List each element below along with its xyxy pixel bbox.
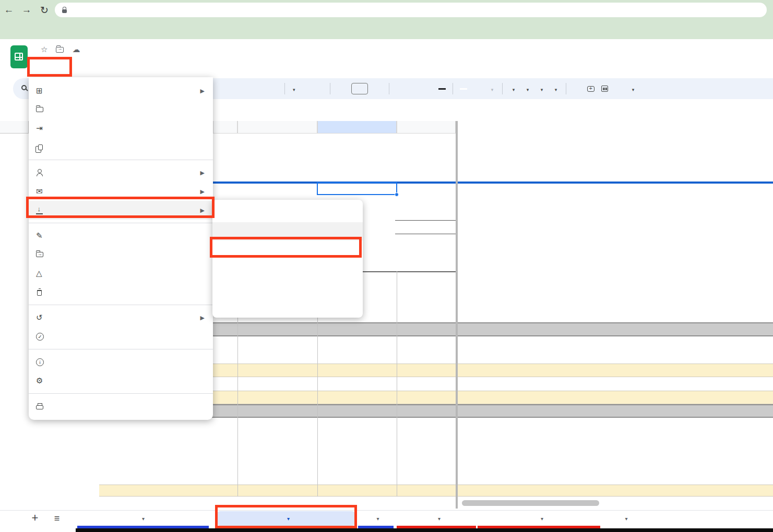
tab-menu-icon[interactable]: ▾ bbox=[625, 516, 627, 522]
menu-separator bbox=[29, 223, 213, 223]
share-icon bbox=[36, 169, 44, 176]
mentoring-row-label bbox=[102, 485, 311, 497]
star-icon[interactable]: ☆ bbox=[41, 45, 47, 54]
file-menu: ⊞▶ ⇥ ▶ ✉▶ ▶ ✎ △ ↺▶ ✓ i ⚙ bbox=[29, 77, 213, 420]
history-icon: ↺ bbox=[36, 313, 50, 322]
submenu-arrow-icon: ▶ bbox=[200, 170, 205, 176]
tab-trade-note[interactable]: ▾ bbox=[398, 511, 476, 526]
narrow-column-headers[interactable] bbox=[458, 121, 773, 134]
forward-icon[interactable]: → bbox=[18, 4, 35, 16]
browser-nav-row: ← → ↻ bbox=[0, 0, 773, 20]
menu-item-offline[interactable]: ✓ bbox=[29, 327, 213, 346]
text-color-icon[interactable] bbox=[438, 88, 446, 90]
menu-item-details[interactable]: i bbox=[29, 353, 213, 371]
menu-separator bbox=[29, 305, 213, 305]
mail-icon: ✉ bbox=[36, 187, 50, 196]
toolbar-separator bbox=[284, 83, 285, 94]
menu-item-new[interactable]: ⊞▶ bbox=[29, 81, 213, 100]
menu-item-print[interactable] bbox=[29, 397, 213, 416]
add-sheet-button[interactable]: + bbox=[27, 511, 43, 526]
text-wrap-icon[interactable]: ▾ bbox=[538, 85, 545, 93]
all-sheets-button[interactable]: ≡ bbox=[49, 511, 65, 526]
menu-item-rename[interactable]: ✎ bbox=[29, 226, 213, 245]
back-icon[interactable]: ← bbox=[0, 4, 18, 16]
download-csv[interactable] bbox=[212, 277, 363, 295]
tab-menu-icon[interactable]: ▾ bbox=[142, 516, 145, 522]
insert-comment-icon[interactable] bbox=[587, 86, 594, 92]
submenu-arrow-icon: ▶ bbox=[200, 315, 205, 321]
vertical-align-icon[interactable]: ▾ bbox=[524, 85, 531, 93]
move-icon bbox=[36, 252, 43, 257]
menu-separator bbox=[29, 160, 213, 160]
annotation-box-pdf bbox=[210, 237, 362, 258]
column-header-E[interactable] bbox=[317, 121, 397, 134]
toolbar-icons: ▾ ▾ ▾ ▾ ▾ ▾ ▾ bbox=[228, 78, 650, 99]
url-bar[interactable] bbox=[55, 3, 767, 17]
title-line: ☆ ☁ bbox=[32, 45, 80, 54]
column-header-C-part[interactable] bbox=[213, 121, 237, 134]
toolbar-separator bbox=[453, 83, 453, 94]
font-size-input[interactable] bbox=[351, 83, 368, 94]
download-tsv[interactable] bbox=[212, 295, 363, 313]
table-views-icon[interactable]: ▾ bbox=[629, 85, 636, 93]
drive-shortcut-icon: △ bbox=[36, 269, 50, 278]
menu-item-version-history[interactable]: ↺▶ bbox=[29, 308, 213, 327]
menu-item-open[interactable] bbox=[29, 100, 213, 119]
bookmarks-bar bbox=[0, 20, 773, 39]
horizontal-align-icon[interactable]: ▾ bbox=[509, 85, 517, 93]
tab-menu-icon[interactable]: ▾ bbox=[438, 516, 441, 522]
column-header-D[interactable] bbox=[237, 121, 317, 134]
window-bottom-edge bbox=[76, 528, 773, 532]
toolbar-separator bbox=[389, 83, 389, 94]
gear-icon: ⚙ bbox=[36, 376, 50, 385]
tab-answers[interactable]: ▾ bbox=[604, 511, 644, 526]
frozen-pane-divider[interactable] bbox=[456, 121, 458, 509]
import-icon: ⇥ bbox=[36, 124, 50, 133]
column-header-F[interactable] bbox=[397, 121, 456, 134]
browser-window: ← → ↻ ☆ ☁ ▾ bbox=[0, 0, 773, 532]
tab-menu-icon[interactable]: ▾ bbox=[376, 516, 379, 522]
menu-item-share[interactable]: ▶ bbox=[29, 163, 213, 182]
row-headers[interactable] bbox=[0, 121, 29, 510]
submenu-arrow-icon: ▶ bbox=[200, 188, 205, 195]
fill-handle[interactable] bbox=[395, 192, 399, 197]
fill-color-icon[interactable] bbox=[460, 88, 467, 90]
insert-chart-icon[interactable] bbox=[601, 86, 608, 92]
selected-cell-E3[interactable] bbox=[317, 182, 397, 195]
month3-label bbox=[37, 452, 99, 465]
menu-item-move[interactable] bbox=[29, 245, 213, 264]
sheets-logo-icon[interactable] bbox=[10, 45, 28, 68]
horizontal-scrollbar[interactable] bbox=[462, 500, 599, 506]
tab-menu-icon[interactable]: ▾ bbox=[541, 516, 543, 522]
copy-icon bbox=[38, 144, 43, 150]
tab-trade-note-example[interactable]: ▾ bbox=[479, 511, 600, 526]
sheets-header: ☆ ☁ bbox=[0, 39, 773, 76]
task-group-title bbox=[102, 418, 237, 432]
tab-feedback-normal[interactable]: ▾ bbox=[73, 511, 209, 526]
menu-item-import[interactable]: ⇥ bbox=[29, 119, 213, 138]
annotation-box-download bbox=[26, 197, 215, 218]
move-folder-icon[interactable] bbox=[56, 47, 64, 53]
menu-item-add-shortcut[interactable]: △ bbox=[29, 264, 213, 283]
reload-icon[interactable]: ↻ bbox=[35, 4, 53, 16]
tab-details[interactable]: ▾ bbox=[356, 511, 395, 526]
offline-check-icon: ✓ bbox=[36, 333, 44, 341]
text-rotation-icon[interactable]: ▾ bbox=[552, 85, 559, 93]
info-icon: i bbox=[36, 358, 44, 366]
menu-item-settings[interactable]: ⚙ bbox=[29, 371, 213, 390]
submenu-arrow-icon: ▶ bbox=[200, 88, 205, 94]
sheet-tab-bar: + ≡ ▾ ▾ ▾ ▾ ▾ ▾ bbox=[0, 510, 773, 526]
merge-cells-icon: ▾ bbox=[488, 85, 495, 93]
toolbar-separator bbox=[502, 83, 503, 94]
new-file-icon: ⊞ bbox=[36, 86, 50, 95]
open-icon bbox=[36, 107, 43, 112]
input-underline bbox=[395, 220, 456, 221]
download-xlsx[interactable] bbox=[212, 204, 363, 222]
menu-item-make-copy[interactable] bbox=[29, 138, 213, 156]
annotation-box-file-menu bbox=[27, 57, 72, 77]
font-select[interactable]: ▾ bbox=[292, 84, 323, 93]
search-icon[interactable] bbox=[21, 85, 27, 90]
menu-item-trash[interactable] bbox=[29, 283, 213, 301]
days-column-header bbox=[397, 271, 456, 322]
download-html[interactable] bbox=[212, 259, 363, 277]
